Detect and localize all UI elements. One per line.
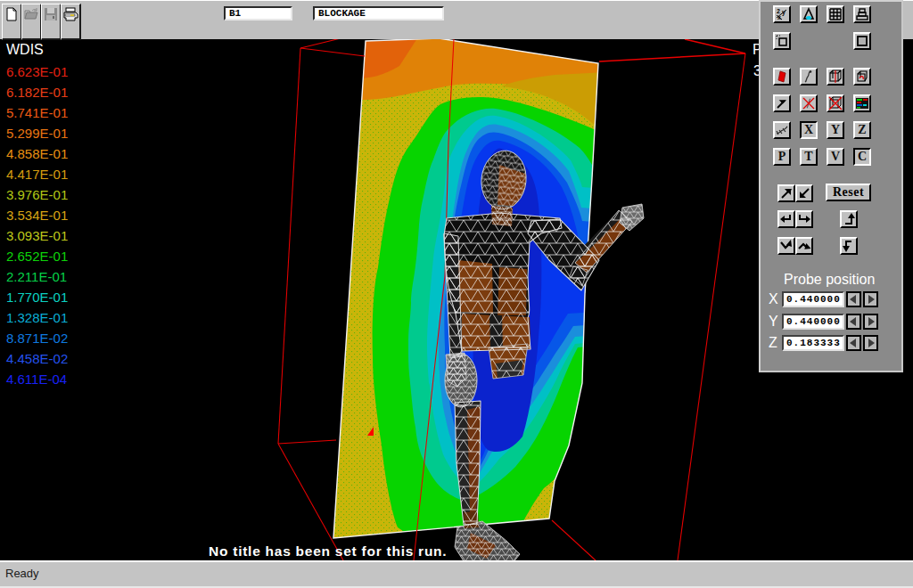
svg-text:2: 2 xyxy=(777,8,780,14)
svg-text:No title has been set for this: No title has been set for this run. xyxy=(209,543,447,559)
